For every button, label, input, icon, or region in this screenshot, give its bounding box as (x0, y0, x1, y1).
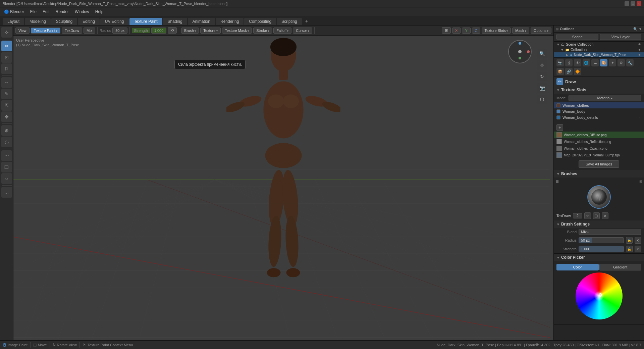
slot-woman-body[interactable]: Woman_body (554, 108, 644, 114)
color-wheel[interactable] (576, 272, 623, 319)
texdraw-copy-button[interactable]: ❏ (593, 212, 600, 219)
brush-settings-header[interactable]: ▼ Brush Settings (554, 220, 644, 228)
tab-sculpting[interactable]: Sculpting (51, 18, 77, 25)
collection-visibility-icon[interactable]: 👁 (638, 48, 641, 52)
modifier-props-icon[interactable]: 🔧 (626, 59, 634, 66)
view-layer-selector-button[interactable]: View Layer (600, 34, 642, 40)
zoom-in-button[interactable]: 🔍 (537, 49, 547, 58)
radius-setting-value[interactable]: 50 px (579, 237, 624, 243)
scene-selector-button[interactable]: Scene (556, 34, 598, 40)
orbit-button[interactable]: ↻ (537, 72, 547, 81)
particle-props-icon[interactable]: ✦ (609, 59, 616, 66)
fill-tool-button[interactable]: ⊡ (1, 52, 12, 63)
tab-scripting[interactable]: Scripting (277, 18, 302, 25)
scene-collection-row[interactable]: ▼ 🗂 Scene Collection 👁 (554, 42, 644, 47)
view-props-icon[interactable]: 👁 (574, 59, 581, 66)
add-image-button[interactable]: + (556, 124, 563, 131)
slot-woman-body-details[interactable]: Woman_body_details ··· (554, 114, 644, 120)
minimize-button[interactable]: ─ (625, 1, 629, 6)
color-tab-gradient[interactable]: Gradient (599, 264, 642, 270)
strength-value-button[interactable]: 1.000 (151, 28, 167, 34)
image-clothes-diffuse[interactable]: Woman_clothes_Diffuse.png (554, 132, 644, 138)
blend-select[interactable]: Mix (579, 229, 641, 235)
overlays-button[interactable]: ⊞ (442, 27, 451, 34)
outliner-filter-icon[interactable]: ▼ (639, 27, 642, 31)
color-picker-header[interactable]: ▼ Color Picker (554, 254, 644, 261)
texdraw-number[interactable]: 2 (573, 213, 582, 218)
axis-x-button[interactable]: X (452, 28, 461, 34)
brushes-list-icon[interactable]: ☰ (556, 180, 559, 183)
axis-y-button[interactable]: Y (462, 28, 470, 34)
erase-tool-button[interactable]: ◌ (1, 137, 12, 147)
physics-props-icon[interactable]: ⚙ (618, 59, 625, 66)
radius-reset-button[interactable]: ⟲ (635, 237, 641, 244)
menu-render[interactable]: Render (53, 9, 71, 15)
texdraw-delete-button[interactable]: ✕ (602, 212, 608, 219)
cursor-dropdown[interactable]: Cursor (293, 28, 312, 34)
constraint-props-icon[interactable]: 🔗 (565, 68, 573, 75)
tab-animation[interactable]: Animation (188, 18, 215, 25)
strength-reset-button[interactable]: ⟲ (635, 246, 641, 252)
object-props-icon[interactable]: 📦 (556, 68, 564, 75)
add-workspace-button[interactable]: + (303, 17, 311, 25)
tab-editing[interactable]: Editing (78, 18, 100, 25)
brushes-header[interactable]: ▼ Brushes (554, 170, 644, 178)
menu-blender[interactable]: 🔵 Blender (1, 9, 27, 15)
soften-tool-button[interactable]: ○ (1, 173, 12, 184)
tab-modeling[interactable]: Modeling (25, 18, 51, 25)
smear-tool-button[interactable]: ⋯ (1, 150, 12, 161)
close-button[interactable]: ✕ (637, 1, 641, 6)
image-clothes-opacity[interactable]: Woman_clothes_Opacity.png (554, 145, 644, 152)
tab-uv-editing[interactable]: UV Editing (100, 18, 129, 25)
object-row[interactable]: ▶ ◈ Nude_Dark_Skin_Woman_T_Pose 👁 (554, 52, 644, 57)
strength-setting-value[interactable]: 1.000 (579, 246, 624, 252)
visibility-icon[interactable]: 👁 (638, 43, 641, 46)
maximize-button[interactable]: □ (631, 1, 635, 6)
tab-shading[interactable]: Shading (163, 18, 187, 25)
world-props-icon[interactable]: ☁ (591, 59, 599, 66)
paint-tool-button[interactable]: ✏ (1, 41, 12, 51)
radius-lock-button[interactable]: 🔒 (626, 237, 633, 244)
outliner-search-icon[interactable]: 🔍 (633, 27, 637, 31)
tab-texture-paint[interactable]: Texture Paint (129, 18, 162, 25)
tab-layout[interactable]: Layout (3, 18, 24, 25)
texdraw-favorite-button[interactable]: ☆ (584, 212, 591, 219)
menu-edit[interactable]: Edit (40, 9, 52, 15)
projection-button[interactable]: ⬡ (537, 95, 547, 104)
extra-tool-button[interactable]: … (1, 187, 12, 198)
clone-tool-button[interactable]: ❏ (1, 162, 12, 172)
menu-window[interactable]: Window (72, 9, 92, 15)
object-visibility-icon[interactable]: 👁 (638, 53, 641, 57)
view-button[interactable]: View (15, 28, 30, 34)
stroke-dropdown[interactable]: Stroke (253, 28, 272, 34)
texdraw-mode-button[interactable]: TexDraw (62, 28, 82, 34)
add-tool-button[interactable]: ⊕ (1, 125, 12, 136)
brush-dropdown[interactable]: Brush (181, 28, 199, 34)
mask-button[interactable]: Mask (512, 28, 529, 34)
transform-tool-button[interactable]: ↔ (1, 77, 12, 88)
output-props-icon[interactable]: 🖨 (565, 59, 573, 66)
tab-compositing[interactable]: Compositing (244, 18, 276, 25)
mask-tool-button[interactable]: ⚐ (1, 63, 12, 74)
data-props-icon[interactable]: 🔶 (574, 68, 581, 75)
strength-reset-button[interactable]: ⟲ (168, 27, 177, 34)
texture-dropdown[interactable]: Texture (200, 28, 220, 34)
scene-props-icon[interactable]: 🌐 (583, 59, 590, 66)
texture-slots-header[interactable]: ▼ Texture Slots (554, 86, 644, 94)
select-tool-button[interactable]: ⊹ (1, 27, 12, 38)
measure-tool-button[interactable]: ⇱ (1, 100, 12, 111)
navigation-gizmo[interactable] (506, 38, 533, 65)
annotate-tool-button[interactable]: ✎ (1, 89, 12, 99)
radius-value-button[interactable]: 50 px (112, 28, 127, 34)
material-props-icon[interactable]: 🎨 (600, 59, 607, 66)
color-wheel-container[interactable] (556, 272, 641, 319)
pan-button[interactable]: ✥ (537, 60, 547, 70)
menu-help[interactable]: Help (93, 9, 106, 15)
slot-woman-clothes[interactable]: Woman_clothes (554, 102, 644, 108)
image-normal-bump[interactable]: Map_2070297919_Normal_Bump.tga ··· (554, 152, 644, 158)
axis-z-button[interactable]: Z (472, 28, 480, 34)
texture-mask-dropdown[interactable]: Texture Mask (222, 28, 252, 34)
options-button[interactable]: Options (531, 28, 551, 34)
save-all-images-button[interactable]: Save All Images (579, 160, 619, 168)
mode-select[interactable]: Material (569, 95, 641, 101)
